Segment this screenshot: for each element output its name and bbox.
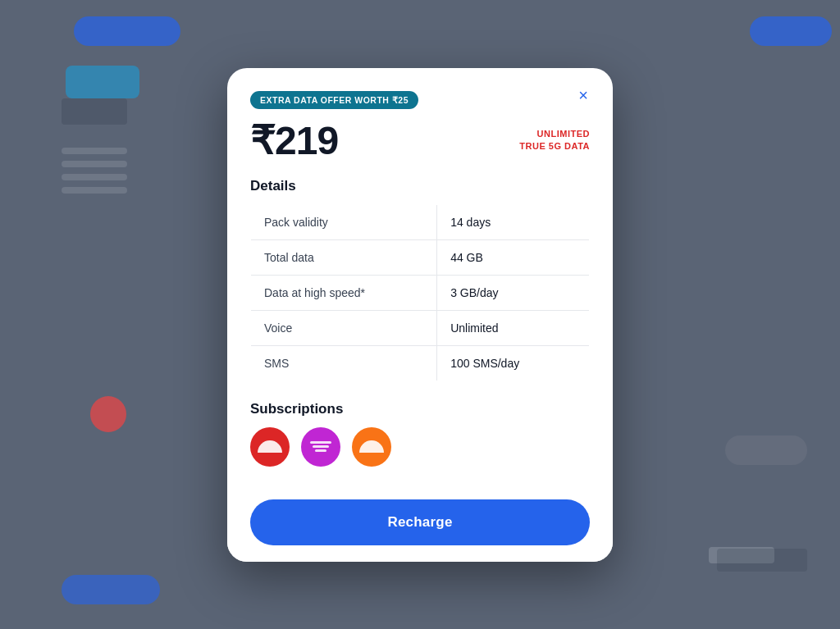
arc-line-top: [310, 441, 331, 444]
row-value-validity: 14 days: [437, 204, 590, 239]
details-section: Details Pack validity 14 days Total data…: [250, 178, 590, 381]
unlimited-badge: UNLIMITED TRUE 5G DATA: [519, 128, 590, 152]
row-value-voice: Unlimited: [437, 310, 590, 345]
bg-button-1: [74, 16, 180, 46]
row-label-validity: Pack validity: [251, 204, 437, 239]
arc-lines-icon-2: [310, 441, 331, 452]
row-value-highspeed: 3 GB/day: [437, 275, 590, 310]
recharge-button[interactable]: Recharge: [250, 499, 590, 545]
table-row: SMS 100 SMS/day: [251, 345, 590, 381]
table-row: Total data 44 GB: [251, 239, 590, 275]
subscription-icon-1: [250, 427, 290, 467]
unlimited-line2: TRUE 5G DATA: [519, 140, 590, 152]
bg-badge: [66, 66, 139, 98]
subscription-icon-2: [301, 427, 340, 467]
plan-price: ₹219: [250, 117, 338, 163]
arc-line-bot: [315, 449, 326, 452]
details-table: Pack validity 14 days Total data 44 GB D…: [250, 204, 590, 381]
subscription-icon-3: [352, 427, 391, 467]
row-label-sms: SMS: [251, 345, 437, 381]
bg-line-1: [62, 148, 127, 154]
modal-footer: Recharge: [227, 490, 613, 562]
arc-icon-1: [258, 440, 282, 453]
subscriptions-section: Subscriptions: [250, 401, 590, 467]
table-row: Voice Unlimited: [251, 310, 590, 345]
details-title: Details: [250, 178, 590, 194]
table-row: Data at high speed* 3 GB/day: [251, 275, 590, 310]
bg-text-lines: [62, 148, 127, 194]
row-value-sms: 100 SMS/day: [437, 345, 590, 381]
row-label-data: Total data: [251, 239, 437, 275]
offer-badge: EXTRA DATA OFFER WORTH ₹25: [250, 91, 418, 109]
modal-scroll-area[interactable]: EXTRA DATA OFFER WORTH ₹25 ₹219 UNLIMITE…: [227, 68, 613, 490]
row-value-data: 44 GB: [437, 239, 590, 275]
row-label-voice: Voice: [251, 310, 437, 345]
bg-button-3: [725, 435, 807, 465]
bg-text-br: [717, 549, 807, 572]
bg-line-2: [62, 161, 127, 167]
table-row: Pack validity 14 days: [251, 204, 590, 239]
unlimited-line1: UNLIMITED: [519, 128, 590, 139]
arc-icon-3: [359, 440, 384, 453]
bg-button-2: [750, 16, 832, 46]
row-label-highspeed: Data at high speed*: [251, 275, 437, 310]
bg-price-text: [62, 98, 127, 125]
close-button[interactable]: ×: [570, 83, 596, 109]
plan-detail-modal: × EXTRA DATA OFFER WORTH ₹25 ₹219 UNLIMI…: [227, 68, 613, 562]
subscriptions-title: Subscriptions: [250, 401, 590, 417]
price-row: ₹219 UNLIMITED TRUE 5G DATA: [250, 117, 590, 163]
arc-line-mid: [313, 445, 329, 448]
bg-line-4: [62, 187, 127, 194]
bg-circle-icon: [90, 396, 126, 432]
bg-bottom-button: [62, 575, 160, 604]
subscriptions-icons-row: [250, 427, 590, 467]
bg-line-3: [62, 174, 127, 180]
